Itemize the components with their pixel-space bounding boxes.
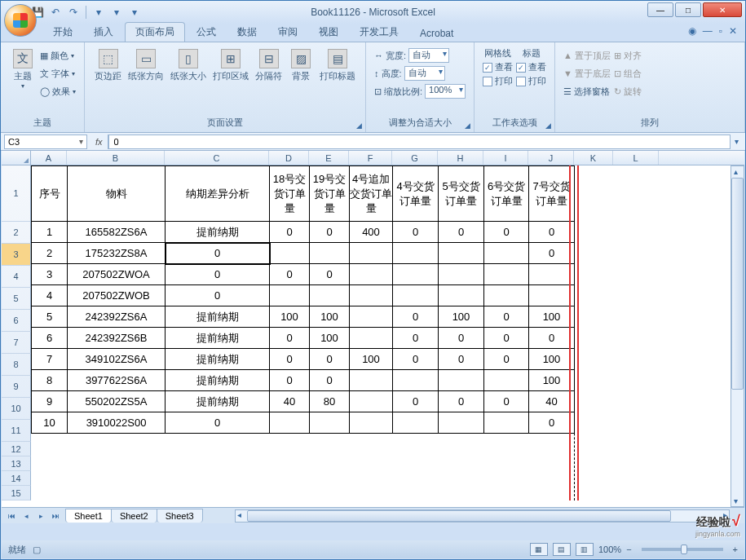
table-header[interactable]: 序号 bbox=[32, 166, 68, 222]
cell[interactable]: 100 bbox=[270, 306, 310, 328]
zoom-slider[interactable] bbox=[642, 548, 723, 551]
cell[interactable]: 100 bbox=[310, 328, 350, 349]
cell[interactable]: 100 bbox=[439, 306, 484, 328]
tab-developer[interactable]: 开发工具 bbox=[350, 23, 408, 42]
office-button[interactable] bbox=[4, 4, 37, 37]
redo-icon[interactable]: ↷ bbox=[66, 5, 81, 20]
cell[interactable] bbox=[484, 285, 529, 306]
table-header[interactable]: 18号交货订单量 bbox=[270, 166, 310, 222]
gridlines-view-check[interactable]: ✓查看 bbox=[483, 61, 513, 73]
cell[interactable]: 0 bbox=[393, 328, 439, 349]
table-header[interactable]: 5号交货订单量 bbox=[439, 166, 484, 222]
cell[interactable]: 0 bbox=[484, 391, 529, 412]
cell[interactable]: 100 bbox=[529, 306, 575, 328]
group-button[interactable]: ⊡组合 bbox=[614, 65, 642, 82]
cell[interactable]: 2 bbox=[32, 243, 68, 264]
row-header-10[interactable]: 10 bbox=[2, 398, 31, 420]
undo-icon[interactable]: ↶ bbox=[48, 5, 63, 20]
cell[interactable]: 0 bbox=[166, 285, 270, 306]
sheet-nav-first-icon[interactable]: ⏮ bbox=[5, 509, 18, 523]
qat-custom-2-icon[interactable]: ▾ bbox=[109, 5, 124, 20]
cell[interactable] bbox=[350, 391, 393, 412]
tab-acrobat[interactable]: Acrobat bbox=[410, 25, 463, 42]
tab-insert[interactable]: 插入 bbox=[84, 23, 123, 42]
scale-dialog-icon[interactable]: ◢ bbox=[462, 121, 472, 130]
col-header-I[interactable]: I bbox=[483, 151, 528, 165]
zoom-level[interactable]: 100% bbox=[598, 545, 621, 554]
zoom-out-button[interactable]: − bbox=[626, 545, 631, 554]
cell[interactable]: 100 bbox=[529, 370, 575, 391]
sheet-nav-prev-icon[interactable]: ◂ bbox=[20, 509, 33, 523]
formula-expand-icon[interactable]: ▾ bbox=[731, 134, 742, 149]
background-button[interactable]: ▨背景 bbox=[287, 47, 315, 84]
cell[interactable]: 100 bbox=[310, 306, 350, 328]
cell[interactable]: 0 bbox=[393, 391, 439, 412]
cell[interactable]: 242392ZS6B bbox=[68, 328, 166, 349]
col-header-A[interactable]: A bbox=[31, 151, 67, 165]
cell[interactable] bbox=[484, 370, 529, 391]
selection-pane-button[interactable]: ☰选择窗格 bbox=[563, 83, 611, 99]
row-header-6[interactable]: 6 bbox=[2, 310, 31, 332]
print-titles-button[interactable]: ▤打印标题 bbox=[318, 47, 357, 84]
cell[interactable]: 提前纳期 bbox=[166, 370, 270, 391]
vertical-scrollbar[interactable] bbox=[731, 165, 744, 507]
cell[interactable]: 207502ZWOA bbox=[68, 264, 166, 285]
close-button[interactable]: ✕ bbox=[703, 2, 742, 17]
sheet-tab-3[interactable]: Sheet3 bbox=[157, 509, 203, 523]
cell[interactable] bbox=[350, 285, 393, 306]
cell[interactable]: 8 bbox=[32, 370, 68, 391]
cell[interactable]: 0 bbox=[270, 328, 310, 349]
minimize-button[interactable]: — bbox=[647, 2, 673, 17]
fonts-button[interactable]: 文字体▾ bbox=[40, 65, 76, 82]
cell[interactable]: 0 bbox=[270, 264, 310, 285]
cell[interactable] bbox=[350, 412, 393, 434]
qat-more-icon[interactable]: ▾ bbox=[127, 5, 142, 20]
row-header-11[interactable]: 11 bbox=[2, 420, 31, 442]
cell[interactable] bbox=[310, 412, 350, 434]
cell[interactable] bbox=[270, 243, 310, 264]
col-header-J[interactable]: J bbox=[528, 151, 574, 165]
cell[interactable]: 175232ZS8A bbox=[68, 243, 166, 264]
cell[interactable]: 0 bbox=[439, 391, 484, 412]
tab-data[interactable]: 数据 bbox=[227, 23, 267, 42]
macro-record-icon[interactable]: ▢ bbox=[33, 545, 41, 555]
cell[interactable] bbox=[310, 243, 350, 264]
formula-input[interactable]: 0 bbox=[108, 134, 731, 149]
tab-review[interactable]: 审阅 bbox=[268, 23, 307, 42]
row-header-12[interactable]: 12 bbox=[2, 442, 31, 456]
cell[interactable]: 0 bbox=[484, 306, 529, 328]
cell[interactable]: 10 bbox=[32, 412, 68, 434]
effects-button[interactable]: ◯效果▾ bbox=[40, 83, 76, 99]
cell[interactable] bbox=[350, 243, 393, 264]
cell[interactable] bbox=[439, 264, 484, 285]
cell[interactable]: 40 bbox=[529, 391, 575, 412]
row-header-14[interactable]: 14 bbox=[2, 471, 31, 486]
col-header-D[interactable]: D bbox=[269, 151, 309, 165]
tab-pagelayout[interactable]: 页面布局 bbox=[125, 22, 185, 42]
headings-print-check[interactable]: 打印 bbox=[516, 75, 546, 87]
cell[interactable]: 0 bbox=[529, 328, 575, 349]
cell[interactable]: 100 bbox=[350, 349, 393, 370]
cell[interactable]: 0 bbox=[393, 349, 439, 370]
cell[interactable] bbox=[439, 412, 484, 434]
cell[interactable] bbox=[529, 285, 575, 306]
cell[interactable]: 提前纳期 bbox=[166, 391, 270, 412]
size-button[interactable]: ▯纸张大小 bbox=[169, 47, 208, 84]
normal-view-button[interactable]: ▦ bbox=[530, 543, 548, 556]
cell[interactable]: 0 bbox=[484, 328, 529, 349]
name-box[interactable]: C3 bbox=[4, 134, 87, 149]
table-header[interactable]: 物料 bbox=[68, 166, 166, 222]
cell[interactable]: 0 bbox=[270, 349, 310, 370]
cell[interactable]: 0 bbox=[484, 349, 529, 370]
cell[interactable]: 9 bbox=[32, 391, 68, 412]
height-combo[interactable]: 自动 bbox=[404, 66, 445, 81]
tab-home[interactable]: 开始 bbox=[43, 23, 82, 42]
minimize-ribbon-icon[interactable]: — bbox=[703, 25, 713, 37]
sheet-tab-1[interactable]: Sheet1 bbox=[65, 509, 112, 523]
cell[interactable] bbox=[484, 412, 529, 434]
cell[interactable]: 0 bbox=[310, 222, 350, 243]
row-header-5[interactable]: 5 bbox=[2, 288, 31, 310]
col-header-K[interactable]: K bbox=[574, 151, 613, 165]
pagesetup-dialog-icon[interactable]: ◢ bbox=[354, 121, 364, 130]
maximize-button[interactable]: □ bbox=[675, 2, 701, 17]
